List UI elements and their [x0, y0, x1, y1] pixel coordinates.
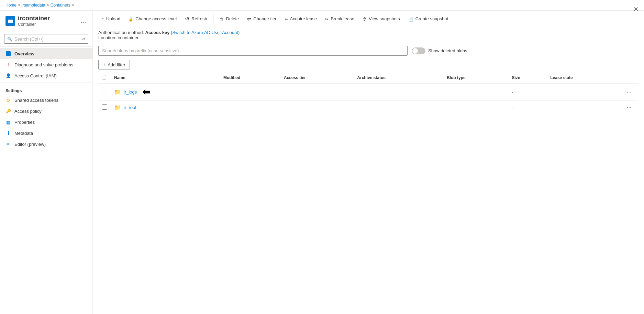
acquire-lease-button[interactable]: Acquire lease	[281, 14, 321, 24]
change-access-button[interactable]: Change access level	[125, 14, 180, 24]
close-button[interactable]: ✕	[633, 6, 639, 13]
header-more-options[interactable]: ...	[81, 17, 87, 24]
sidebar-item-metadata[interactable]: Metadata	[0, 128, 92, 139]
break-lease-button[interactable]: Break lease	[322, 14, 358, 24]
sidebar-search-box: «	[4, 34, 88, 44]
sidebar: ircontainer Container ... « Overview	[0, 11, 93, 314]
sidebar-nav: Overview Diagnose and solve problems Acc…	[0, 47, 92, 151]
view-snapshots-icon	[363, 16, 367, 22]
collapse-button[interactable]: «	[82, 36, 85, 42]
toolbar-separator-1	[213, 15, 214, 23]
create-snapshot-button[interactable]: Create snapshot	[405, 14, 452, 24]
col-access-tier: Access tier	[280, 72, 354, 84]
break-lease-label: Break lease	[331, 16, 354, 21]
sidebar-item-editor-label: Editor (preview)	[14, 142, 46, 147]
row-0-lease-state	[547, 84, 621, 101]
refresh-label: Refresh	[191, 16, 207, 21]
row-1-lease-state	[547, 101, 621, 114]
refresh-icon	[185, 15, 189, 22]
sidebar-header: ircontainer Container ...	[0, 11, 92, 31]
delete-icon	[220, 16, 224, 22]
row-0-name-link[interactable]: ir_logs	[124, 89, 137, 95]
row-0-actions-cell: ···	[621, 84, 639, 101]
add-filter-label: Add filter	[108, 62, 125, 67]
row-1-checkbox[interactable]	[102, 104, 107, 110]
row-1-more-button[interactable]: ···	[625, 104, 633, 111]
folder-icon: 📁	[114, 104, 121, 111]
change-tier-button[interactable]: Change tier	[244, 14, 280, 24]
change-tier-label: Change tier	[253, 16, 276, 21]
col-blob-type: Blob type	[443, 72, 509, 84]
settings-section-label: Settings	[0, 84, 92, 95]
delete-button[interactable]: Delete	[216, 14, 243, 24]
row-0-archive-status	[354, 84, 443, 101]
location-value: ircontainer	[118, 35, 138, 40]
search-icon	[7, 36, 12, 42]
tokens-icon	[5, 97, 11, 103]
sidebar-item-metadata-label: Metadata	[14, 131, 33, 136]
row-1-checkbox-cell	[98, 101, 111, 114]
policy-icon	[5, 108, 11, 114]
diagnose-icon	[5, 62, 11, 67]
show-deleted-toggle[interactable]	[412, 47, 425, 54]
name-col: 📁 ir_logs ⬅	[114, 86, 216, 98]
plus-icon	[103, 62, 106, 67]
sidebar-item-shared-access-tokens[interactable]: Shared access tokens	[0, 95, 92, 106]
lock-icon	[129, 16, 133, 22]
container-icon	[5, 16, 15, 26]
sidebar-item-policy-label: Access policy	[14, 109, 42, 114]
row-0-name-cell: 📁 ir_logs ⬅	[111, 84, 220, 101]
acquire-lease-label: Acquire lease	[290, 16, 317, 21]
row-0-checkbox[interactable]	[102, 89, 107, 94]
annotation-arrow: ⬅	[142, 86, 150, 98]
search-bar-row: Show deleted blobs	[93, 43, 644, 58]
add-filter-button[interactable]: Add filter	[98, 60, 130, 69]
show-deleted-container: Show deleted blobs	[412, 47, 467, 54]
breadcrumb-containers[interactable]: Containers	[51, 3, 70, 8]
sidebar-item-properties-label: Properties	[14, 120, 35, 125]
row-1-modified	[220, 101, 280, 114]
sidebar-item-properties[interactable]: Properties	[0, 117, 92, 128]
upload-button[interactable]: Upload	[98, 14, 124, 24]
select-all-checkbox[interactable]	[102, 75, 106, 79]
name-col: 📁 ir_root	[114, 104, 216, 111]
row-0-modified	[220, 84, 280, 101]
create-snapshot-icon	[408, 16, 413, 22]
view-snapshots-label: View snapshots	[369, 16, 400, 21]
breadcrumb-sep2: >	[47, 3, 49, 8]
sidebar-item-iam[interactable]: Access Control (IAM)	[0, 70, 92, 81]
sidebar-item-diagnose[interactable]: Diagnose and solve problems	[0, 59, 92, 70]
row-0-more-button[interactable]: ···	[625, 88, 633, 96]
delete-label: Delete	[226, 16, 239, 21]
row-1-blob-type	[443, 101, 509, 114]
table-header: Name Modified Access tier Archive status…	[98, 72, 639, 84]
switch-auth-link[interactable]: (Switch to Azure AD User Account)	[171, 30, 240, 35]
sidebar-search-container: «	[0, 31, 92, 47]
refresh-button[interactable]: Refresh	[181, 13, 211, 24]
blobs-table: Name Modified Access tier Archive status…	[98, 72, 639, 114]
sidebar-item-editor[interactable]: Editor (preview)	[0, 139, 92, 150]
col-lease-state: Lease state	[547, 72, 621, 84]
auth-method-label: Authentication method:	[98, 30, 144, 35]
search-input[interactable]	[14, 36, 80, 42]
breadcrumb-home[interactable]: Home	[5, 3, 16, 8]
row-0-size: -	[509, 84, 547, 101]
table-row: 📁 ir_root - ···	[98, 101, 639, 114]
sidebar-item-overview[interactable]: Overview	[0, 48, 92, 59]
upload-icon	[102, 16, 104, 22]
sidebar-title-group: ircontainer Container	[18, 15, 50, 27]
content-area: Upload Change access level Refresh Delet…	[93, 11, 644, 314]
view-snapshots-button[interactable]: View snapshots	[359, 14, 403, 24]
row-1-name-cell: 📁 ir_root	[111, 101, 220, 114]
row-1-name-link[interactable]: ir_root	[124, 105, 136, 110]
col-size: Size	[509, 72, 547, 84]
col-modified: Modified	[220, 72, 280, 84]
sidebar-item-access-policy[interactable]: Access policy	[0, 106, 92, 117]
row-1-actions-cell: ···	[621, 101, 639, 114]
select-all-header	[98, 72, 111, 84]
location-label: Location:	[98, 35, 116, 40]
acquire-lease-icon	[285, 16, 288, 22]
blob-search-input[interactable]	[98, 46, 408, 56]
breadcrumb-storage[interactable]: irsampledata	[22, 3, 45, 8]
table-row: 📁 ir_logs ⬅ - ···	[98, 84, 639, 101]
